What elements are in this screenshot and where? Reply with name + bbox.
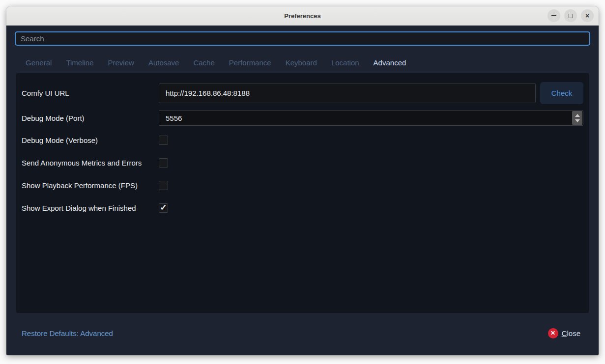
tab-timeline[interactable]: Timeline	[66, 58, 93, 67]
minimize-button[interactable]	[547, 9, 560, 22]
check-button[interactable]: Check	[540, 82, 583, 104]
tab-cache[interactable]: Cache	[193, 58, 214, 67]
debug-mode-verbose-label: Debug Mode (Verbose)	[22, 136, 159, 144]
close-badge-icon: ✕	[548, 328, 558, 338]
export-dialog-label: Show Export Dialog when Finished	[22, 204, 159, 212]
debug-mode-verbose-checkbox[interactable]	[159, 136, 168, 145]
preferences-window: Preferences × General Timeline Preview A…	[6, 6, 599, 355]
window-controls: ×	[547, 9, 594, 22]
anonymous-metrics-label: Send Anonymous Metrics and Errors	[22, 159, 159, 167]
advanced-settings-panel: Comfy UI URL Check Debug Mode (Port) D	[16, 73, 589, 313]
debug-mode-port-input[interactable]	[159, 111, 572, 125]
tab-preview[interactable]: Preview	[108, 58, 134, 67]
maximize-icon	[569, 14, 573, 18]
anonymous-metrics-row: Send Anonymous Metrics and Errors	[22, 158, 583, 168]
close-icon: ×	[585, 12, 589, 19]
comfy-ui-url-row: Comfy UI URL Check	[22, 82, 583, 104]
export-dialog-row: Show Export Dialog when Finished ✓	[22, 203, 583, 213]
window-title: Preferences	[6, 12, 599, 20]
tab-location[interactable]: Location	[331, 58, 359, 67]
close-button-label: Close	[562, 329, 580, 337]
tab-autosave[interactable]: Autosave	[148, 58, 179, 67]
tab-keyboard[interactable]: Keyboard	[286, 58, 317, 67]
comfy-ui-url-label: Comfy UI URL	[22, 89, 159, 97]
search-input[interactable]	[15, 31, 590, 46]
spinner-down-icon[interactable]	[575, 119, 580, 122]
tab-advanced[interactable]: Advanced	[374, 58, 406, 67]
minimize-icon	[551, 15, 556, 16]
playback-performance-row: Show Playback Performance (FPS)	[22, 180, 583, 190]
debug-mode-port-spinbox	[159, 110, 583, 126]
preferences-content: General Timeline Preview Autosave Cache …	[6, 26, 599, 355]
tab-general[interactable]: General	[26, 58, 52, 67]
dialog-footer: Restore Defaults: Advanced ✕ Close	[15, 313, 590, 355]
tab-performance[interactable]: Performance	[229, 58, 271, 67]
tab-bar: General Timeline Preview Autosave Cache …	[15, 58, 590, 67]
export-dialog-checkbox[interactable]: ✓	[159, 203, 168, 213]
checkmark-icon: ✓	[160, 203, 167, 212]
restore-defaults-link[interactable]: Restore Defaults: Advanced	[22, 329, 113, 337]
spinner-buttons[interactable]	[572, 111, 582, 125]
close-window-button[interactable]: ×	[581, 9, 594, 22]
debug-mode-port-row: Debug Mode (Port)	[22, 110, 583, 126]
debug-mode-verbose-row: Debug Mode (Verbose)	[22, 135, 583, 145]
close-dialog-button[interactable]: ✕ Close	[545, 326, 583, 340]
anonymous-metrics-checkbox[interactable]	[159, 158, 168, 168]
playback-performance-checkbox[interactable]	[159, 181, 168, 190]
playback-performance-label: Show Playback Performance (FPS)	[22, 181, 159, 190]
spinner-up-icon[interactable]	[575, 114, 580, 117]
titlebar[interactable]: Preferences ×	[6, 6, 599, 26]
comfy-ui-url-input[interactable]	[159, 83, 536, 103]
maximize-button[interactable]	[564, 9, 577, 22]
debug-mode-port-label: Debug Mode (Port)	[22, 114, 159, 122]
